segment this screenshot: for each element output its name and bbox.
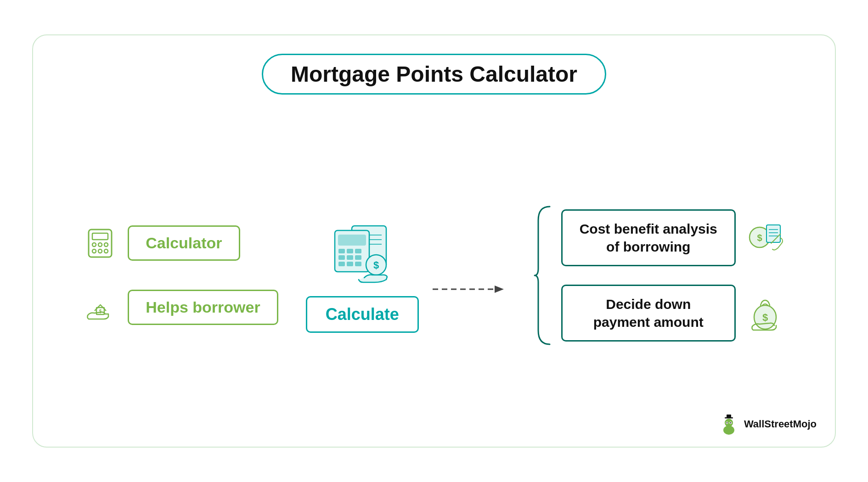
content-row: Calculator $ <box>61 122 807 428</box>
calculate-label: Calculate <box>326 305 399 324</box>
page-title: Mortgage Points Calculator <box>291 62 577 86</box>
calculator-box: Calculator <box>128 225 240 261</box>
svg-point-43 <box>727 422 727 423</box>
svg-rect-23 <box>347 262 353 266</box>
left-item-calculator: Calculator <box>82 225 240 262</box>
svg-point-3 <box>98 243 102 247</box>
left-section: Calculator $ <box>82 225 278 326</box>
svg-point-44 <box>730 422 731 423</box>
down-payment-label: Decide down payment amount <box>593 297 704 330</box>
svg-point-4 <box>104 243 108 247</box>
center-section: $ Calculate <box>306 218 419 333</box>
right-item-cost-benefit: Cost benefit analysis of borrowing $ <box>561 209 786 266</box>
svg-rect-22 <box>338 262 345 266</box>
calculator-label: Calculator <box>146 234 222 252</box>
left-item-borrower: $ Helps borrower <box>82 289 278 326</box>
svg-marker-28 <box>495 286 504 293</box>
svg-point-5 <box>92 249 96 253</box>
brace-container: Cost benefit analysis of borrowing $ <box>534 202 786 349</box>
svg-rect-16 <box>338 249 345 253</box>
svg-text:$: $ <box>373 259 379 271</box>
arrow-section <box>433 282 506 296</box>
calculate-box: Calculate <box>306 296 419 333</box>
right-items: Cost benefit analysis of borrowing $ <box>561 209 786 342</box>
svg-rect-31 <box>767 225 780 242</box>
svg-rect-21 <box>355 255 361 260</box>
svg-rect-19 <box>338 255 345 260</box>
svg-rect-40 <box>727 415 731 418</box>
svg-point-6 <box>98 249 102 253</box>
svg-text:$: $ <box>757 233 762 243</box>
cost-benefit-label: Cost benefit analysis of borrowing <box>580 221 717 254</box>
svg-rect-1 <box>92 233 108 240</box>
main-card: Mortgage Points Calculator <box>32 34 836 448</box>
svg-rect-15 <box>338 235 366 245</box>
svg-rect-20 <box>347 255 353 260</box>
calculator-icon <box>82 225 118 262</box>
svg-point-7 <box>104 249 108 253</box>
cost-benefit-box: Cost benefit analysis of borrowing <box>561 209 736 266</box>
svg-rect-18 <box>355 249 361 253</box>
borrower-box: Helps borrower <box>128 290 278 325</box>
right-item-down-payment: Decide down payment amount $ <box>561 285 786 342</box>
svg-text:$: $ <box>99 309 101 314</box>
title-wrapper: Mortgage Points Calculator <box>262 54 606 95</box>
money-bag-icon: $ <box>745 292 786 334</box>
borrower-label: Helps borrower <box>146 298 260 316</box>
svg-point-2 <box>92 243 96 247</box>
right-section: Cost benefit analysis of borrowing $ <box>534 202 786 349</box>
watermark: WallStreetMojo <box>717 413 817 436</box>
finance-icon: $ <box>745 217 786 258</box>
svg-rect-24 <box>355 262 361 266</box>
down-payment-box: Decide down payment amount <box>561 285 736 342</box>
house-money-icon: $ <box>82 289 118 326</box>
svg-rect-17 <box>347 249 353 253</box>
svg-text:$: $ <box>762 312 768 323</box>
calculator-money-icon: $ <box>326 218 399 291</box>
brand-label: WallStreetMojo <box>744 418 817 430</box>
